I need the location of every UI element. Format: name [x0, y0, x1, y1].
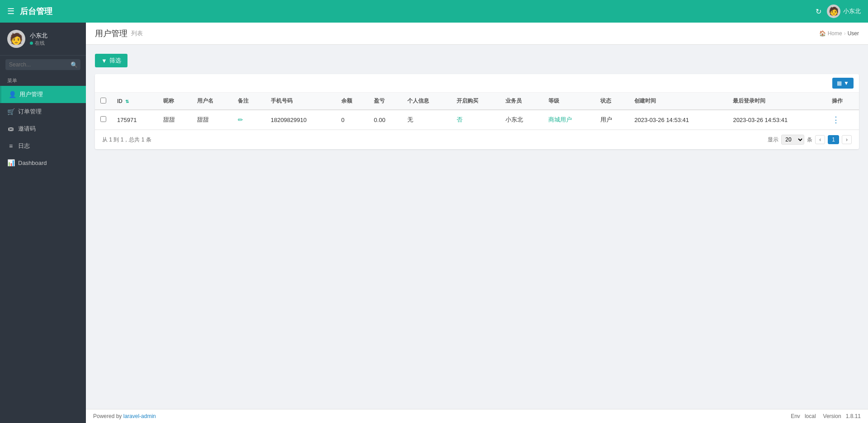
filter-button-label: 筛选 [109, 56, 121, 65]
filter-button[interactable]: ▼ 筛选 [95, 54, 127, 67]
prev-page-button[interactable]: ‹ [815, 135, 825, 144]
env-info: Env local [791, 413, 816, 419]
version-value: 1.8.11 [846, 413, 861, 419]
search-input[interactable] [5, 59, 80, 70]
footer-left: Powered by laravel-admin [93, 413, 156, 419]
per-page-select[interactable]: 20 50 100 [781, 135, 804, 145]
sidebar-search-area: 🔍 [0, 56, 86, 74]
app-title: 后台管理 [20, 6, 52, 17]
menu-toggle-icon[interactable]: ☰ [7, 6, 14, 16]
status-dot-icon [30, 42, 33, 45]
sidebar-item-label-invitation: 邀请码 [18, 125, 36, 133]
purchase-toggle-link[interactable]: 否 [457, 116, 462, 123]
header-username: 小东北 [843, 7, 861, 15]
footer: Powered by laravel-admin Env local Versi… [86, 409, 868, 423]
cell-phone: 18209829910 [265, 110, 336, 130]
level-link[interactable]: 商城用户 [548, 116, 572, 123]
per-page-unit: 条 [807, 136, 812, 144]
laravel-admin-link[interactable]: laravel-admin [123, 413, 156, 419]
sidebar-item-order-management[interactable]: 🛒 订单管理 [0, 103, 86, 120]
sidebar-user-section: 🧑 小东北 在线 [0, 23, 86, 56]
cell-note[interactable]: ✏ [232, 110, 265, 130]
col-created-at: 创建时间 [629, 93, 727, 110]
display-label: 显示 [768, 136, 778, 144]
cell-created-at: 2023-03-26 14:53:41 [629, 110, 727, 130]
col-purchase: 开启购买 [451, 93, 500, 110]
cell-id: 175971 [112, 110, 158, 130]
cell-nickname: 甜甜 [158, 110, 192, 130]
cell-balance: 0 [336, 110, 368, 130]
select-all-checkbox[interactable] [100, 98, 106, 103]
sidebar-username: 小东北 [30, 32, 47, 40]
page-title: 用户管理 [95, 28, 127, 39]
header-user-info[interactable]: 🧑 小东北 [827, 5, 861, 18]
breadcrumb-home[interactable]: Home [828, 30, 842, 37]
table-row: 175971 甜甜 甜甜 ✏ 18209829910 0 0.00 无 否 小东… [95, 110, 859, 130]
page-subtitle: 列表 [131, 29, 143, 38]
order-management-icon: 🛒 [7, 108, 14, 115]
filter-icon: ▼ [101, 57, 107, 64]
env-value: local [805, 413, 816, 419]
search-button[interactable]: 🔍 [71, 61, 78, 68]
col-nickname: 昵称 [158, 93, 192, 110]
col-salesman: 业务员 [500, 93, 543, 110]
col-balance: 余额 [336, 93, 368, 110]
col-username: 用户名 [192, 93, 232, 110]
breadcrumb-current: User [848, 30, 859, 37]
sidebar-item-label-dashboard: Dashboard [18, 160, 47, 166]
col-personal-info: 个人信息 [402, 93, 451, 110]
page-header: 用户管理 列表 🏠 Home › User [86, 23, 868, 45]
sidebar-item-label-order: 订单管理 [18, 108, 42, 116]
menu-label: 菜单 [0, 74, 86, 86]
invitation-code-icon: 🎟 [7, 125, 14, 132]
cell-salesman: 小东北 [500, 110, 543, 130]
columns-icon: ▦ [837, 80, 842, 86]
row-checkbox[interactable] [100, 116, 106, 122]
sidebar-item-user-management[interactable]: 👤 用户管理 [0, 86, 86, 103]
log-icon: ≡ [7, 142, 14, 150]
sidebar-avatar: 🧑 [7, 30, 25, 48]
col-level: 等级 [543, 93, 595, 110]
col-id[interactable]: ID ⇅ [112, 93, 158, 110]
cell-actions[interactable]: ⋮ [826, 110, 859, 130]
breadcrumb: 🏠 Home › User [819, 30, 859, 37]
next-page-button[interactable]: › [842, 135, 852, 144]
col-note: 备注 [232, 93, 265, 110]
pagination-bar: 从 1 到 1，总共 1 条 显示 20 50 100 条 ‹ 1 › [95, 130, 859, 149]
col-last-login: 最后登录时间 [727, 93, 826, 110]
data-table-container: ▦ ▼ ID ⇅ 昵称 用户名 备注 手机号码 [95, 74, 859, 149]
cell-level[interactable]: 商城用户 [543, 110, 595, 130]
version-info: Version 1.8.11 [823, 413, 861, 419]
user-management-icon: 👤 [9, 91, 16, 98]
breadcrumb-separator: › [844, 30, 846, 37]
action-menu-button[interactable]: ⋮ [832, 115, 840, 125]
sidebar-item-log[interactable]: ≡ 日志 [0, 137, 86, 155]
current-page-button[interactable]: 1 [828, 135, 839, 144]
header-avatar: 🧑 [827, 5, 840, 18]
columns-button[interactable]: ▦ ▼ [832, 78, 854, 89]
pagination-controls: 显示 20 50 100 条 ‹ 1 › [768, 135, 852, 145]
footer-right: Env local Version 1.8.11 [791, 413, 861, 419]
version-label: Version [823, 413, 841, 419]
sidebar-item-label-log: 日志 [18, 142, 30, 150]
table-toolbar: ▦ ▼ [95, 74, 859, 93]
col-actions: 操作 [826, 93, 859, 110]
dashboard-icon: 📊 [7, 159, 14, 166]
pagination-info: 从 1 到 1，总共 1 条 [102, 136, 151, 144]
cell-purchase[interactable]: 否 [451, 110, 500, 130]
col-phone: 手机号码 [265, 93, 336, 110]
refresh-icon[interactable]: ↻ [816, 7, 821, 16]
col-status: 状态 [595, 93, 629, 110]
cell-username: 甜甜 [192, 110, 232, 130]
columns-dropdown-icon: ▼ [844, 80, 849, 86]
cell-last-login: 2023-03-26 14:53:41 [727, 110, 826, 130]
home-icon: 🏠 [819, 30, 826, 37]
sidebar-item-invitation-code[interactable]: 🎟 邀请码 [0, 120, 86, 137]
sidebar-item-dashboard[interactable]: 📊 Dashboard [0, 155, 86, 171]
edit-note-button[interactable]: ✏ [238, 116, 243, 123]
powered-by-text: Powered by [93, 413, 122, 419]
cell-status: 用户 [595, 110, 629, 130]
sort-icon-id: ⇅ [125, 99, 129, 104]
sidebar-item-label-user: 用户管理 [19, 90, 43, 99]
data-table: ID ⇅ 昵称 用户名 备注 手机号码 余额 盈亏 个人信息 开启购买 业务员 [95, 93, 859, 130]
